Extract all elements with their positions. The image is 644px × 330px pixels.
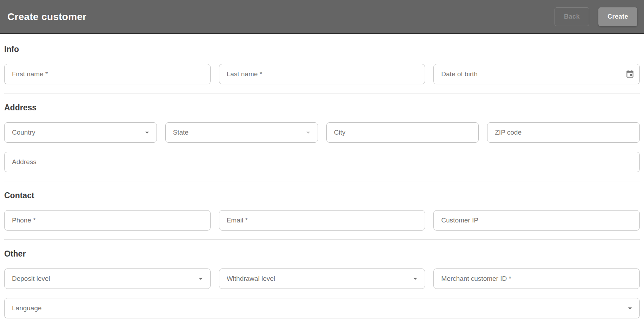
address-row-2 [4, 152, 640, 172]
withdrawal-level-select[interactable]: Withdrawal level [219, 268, 425, 289]
country-select-label: Country [12, 129, 142, 136]
merchant-customer-id-field-wrapper [433, 268, 640, 289]
section-title-info: Info [4, 45, 640, 54]
language-select-label: Language [12, 304, 625, 312]
section-title-contact: Contact [4, 191, 640, 200]
chevron-down-icon [142, 128, 152, 137]
chevron-down-icon [411, 274, 420, 283]
first-name-input[interactable] [12, 70, 205, 78]
last-name-input[interactable] [227, 70, 420, 78]
section-title-address: Address [4, 103, 640, 112]
other-row-1: Deposit level Withdrawal level [4, 268, 640, 289]
address-field-wrapper [4, 152, 640, 172]
withdrawal-level-select-label: Withdrawal level [227, 275, 411, 283]
zip-code-input[interactable] [495, 129, 635, 136]
other-row-2: Language [4, 298, 640, 318]
chevron-down-icon [196, 274, 205, 283]
header-actions: Back Create [555, 7, 637, 26]
chevron-down-icon [625, 304, 635, 313]
address-row-1: Country State [4, 122, 640, 143]
phone-input[interactable] [12, 216, 205, 224]
state-select: State [165, 122, 318, 143]
header-bar: Create customer Back Create [0, 0, 644, 34]
email-input[interactable] [227, 216, 420, 224]
last-name-field-wrapper [219, 64, 425, 84]
back-button: Back [555, 7, 589, 26]
country-select[interactable]: Country [4, 122, 157, 143]
phone-field-wrapper [4, 210, 211, 231]
email-field-wrapper [219, 210, 425, 231]
calendar-icon[interactable] [625, 70, 635, 79]
deposit-level-select[interactable]: Deposit level [4, 268, 211, 289]
page-title: Create customer [7, 11, 86, 22]
create-customer-form: Info Address Country State [0, 45, 644, 318]
first-name-field-wrapper [4, 64, 211, 84]
info-row [4, 64, 640, 84]
merchant-customer-id-input[interactable] [441, 275, 635, 283]
section-title-other: Other [4, 249, 640, 259]
state-select-label: State [173, 129, 304, 136]
section-divider [4, 181, 640, 181]
create-button[interactable]: Create [598, 7, 637, 26]
city-input[interactable] [334, 129, 474, 136]
section-divider [4, 93, 640, 93]
zip-code-field-wrapper [487, 122, 640, 143]
customer-ip-input[interactable] [441, 216, 635, 224]
customer-ip-field-wrapper [433, 210, 640, 231]
date-of-birth-field-wrapper [433, 64, 640, 84]
section-divider [4, 239, 640, 240]
date-of-birth-input[interactable] [441, 70, 625, 78]
contact-row [4, 210, 640, 231]
address-input[interactable] [12, 158, 635, 166]
deposit-level-select-label: Deposit level [12, 275, 196, 283]
chevron-down-icon [304, 128, 313, 137]
language-select[interactable]: Language [4, 298, 640, 318]
city-field-wrapper [326, 122, 479, 143]
